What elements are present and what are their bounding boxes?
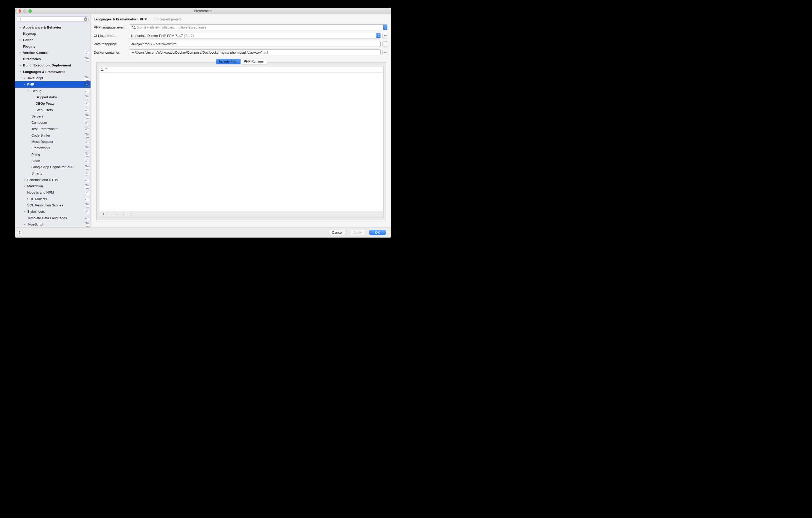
path-mappings-label: Path mappings:: [94, 42, 129, 46]
sidebar-item-google-app-engine-for-php[interactable]: Google App Engine for PHP: [14, 164, 90, 170]
sidebar-item-label: Plugins: [23, 45, 35, 49]
tab-php-runtime[interactable]: PHP Runtime: [240, 59, 267, 64]
apply-button[interactable]: Apply: [349, 230, 366, 235]
include-path-row[interactable]: 1. "": [99, 66, 383, 73]
per-project-icon: [85, 159, 88, 163]
stepper-icon[interactable]: [383, 24, 387, 30]
help-button[interactable]: ?: [17, 230, 23, 235]
sidebar-item-stylesheets[interactable]: ▶ Stylesheets: [14, 208, 90, 215]
sidebar-item-editor[interactable]: ▶ Editor: [14, 37, 90, 43]
tree-expand-icon[interactable]: ▼: [23, 83, 26, 86]
sidebar-item-label: SQL Dialects: [27, 197, 47, 201]
tree-expand-icon[interactable]: ▶: [19, 52, 22, 54]
sidebar-item-servers[interactable]: Servers: [14, 113, 90, 119]
tree-expand-icon[interactable]: ▶: [23, 185, 26, 187]
sidebar-item-label: Schemas and DTDs: [27, 178, 58, 182]
settings-sidebar: ▶ Appearance & Behavior Keymap ▶ Editor …: [14, 14, 90, 227]
tree-expand-icon[interactable]: ▼: [27, 90, 30, 92]
sort-alphabetically-button[interactable]: ↓ az: [129, 212, 132, 216]
sidebar-item-composer[interactable]: Composer: [14, 119, 90, 125]
sidebar-item-blade[interactable]: Blade: [14, 157, 90, 164]
cli-interpreter-select[interactable]: Nanoninja Docker PHP-FPM 7.1.7 (7.1.7): [129, 33, 381, 38]
sidebar-item-build-execution-deployment[interactable]: ▶ Build, Execution, Deployment: [14, 62, 90, 68]
tree-expand-icon[interactable]: ▼: [19, 70, 22, 73]
sidebar-item-template-data-languages[interactable]: Template Data Languages: [14, 215, 90, 221]
per-project-icon: [85, 178, 88, 181]
sidebar-item-directories[interactable]: Directories: [14, 56, 90, 62]
cli-interpreter-version: (7.1.7): [184, 34, 194, 38]
php-language-level-hint: (const visibility, nullables, multiple e…: [137, 25, 206, 29]
sidebar-item-debug[interactable]: ▼ Debug: [14, 88, 90, 94]
add-button[interactable]: +: [102, 212, 109, 217]
sidebar-item-schemas-and-dtds[interactable]: ▶ Schemas and DTDs: [14, 177, 90, 183]
sidebar-item-mess-detector[interactable]: Mess Detector: [14, 138, 90, 145]
sidebar-item-skipped-paths[interactable]: Skipped Paths: [14, 94, 90, 100]
per-project-icon: [85, 51, 88, 54]
sidebar-item-typescript[interactable]: ▶ TypeScript: [14, 221, 90, 227]
cli-interpreter-browse-button[interactable]: ...: [382, 33, 388, 38]
sidebar-item-appearance-behavior[interactable]: ▶ Appearance & Behavior: [14, 24, 90, 30]
tree-expand-icon[interactable]: ▶: [23, 179, 26, 181]
list-toolbar: + − ▲ ▼ ↓ az: [99, 211, 383, 218]
tab-include-path[interactable]: Include Path: [216, 59, 241, 64]
sidebar-item-node-js-and-npm[interactable]: Node.js and NPM: [14, 190, 90, 196]
search-input[interactable]: [22, 17, 84, 21]
move-up-button[interactable]: ▲: [116, 213, 122, 215]
sidebar-item-label: Stylesheets: [27, 209, 45, 213]
sidebar-item-label: SQL Resolution Scopes: [27, 203, 63, 207]
sidebar-item-markdown[interactable]: ▶ Markdown: [14, 183, 90, 189]
stepper-icon[interactable]: [376, 33, 381, 38]
search-icon: [18, 18, 22, 21]
sidebar-item-test-frameworks[interactable]: Test Frameworks: [14, 126, 90, 132]
tree-expand-icon[interactable]: ▶: [19, 39, 22, 41]
sidebar-item-label: Frameworks: [31, 146, 50, 150]
sidebar-item-phing[interactable]: Phing: [14, 151, 90, 157]
sidebar-item-version-control[interactable]: ▶ Version Control: [14, 50, 90, 56]
path-mappings-value: <Project root>→/var/www/html: [131, 42, 177, 46]
per-project-icon: [85, 146, 88, 150]
clear-search-icon[interactable]: [84, 17, 87, 21]
sort-arrow-icon: ↓: [129, 213, 131, 216]
settings-search-box[interactable]: [17, 17, 89, 22]
sidebar-item-php[interactable]: ▼ PHP: [14, 81, 90, 88]
sidebar-item-label: Composer: [31, 121, 47, 124]
tree-expand-icon[interactable]: ▶: [23, 223, 26, 226]
cancel-button[interactable]: Cancel: [328, 230, 346, 235]
settings-main-panel: Languages & Frameworks › PHP For current…: [90, 14, 392, 227]
docker-container-value: -v /Users/vincent/Workspace/Docker/Compo…: [131, 51, 268, 54]
tree-expand-icon[interactable]: ▶: [19, 26, 22, 29]
sidebar-item-frameworks[interactable]: Frameworks: [14, 145, 90, 151]
php-language-level-label: PHP language level:: [94, 25, 129, 29]
sidebar-item-step-filters[interactable]: Step Filters: [14, 107, 90, 113]
title-bar: Preferences: [14, 8, 392, 14]
sidebar-item-keymap[interactable]: Keymap: [14, 30, 90, 37]
sidebar-item-sql-resolution-scopes[interactable]: SQL Resolution Scopes: [14, 202, 90, 208]
ok-button[interactable]: OK: [369, 230, 385, 235]
php-language-level-select[interactable]: 7.1 (const visibility, nullables, multip…: [129, 24, 387, 30]
docker-container-label: Docker container:: [94, 51, 129, 54]
sidebar-item-languages-frameworks[interactable]: ▼ Languages & Frameworks: [14, 68, 90, 75]
include-path-list[interactable]: 1. "": [99, 66, 383, 211]
sidebar-item-smarty[interactable]: Smarty: [14, 170, 90, 177]
scope-label: For current project: [153, 17, 181, 21]
docker-container-field[interactable]: -v /Users/vincent/Workspace/Docker/Compo…: [129, 50, 381, 55]
remove-button[interactable]: −: [109, 212, 116, 217]
sidebar-item-label: Version Control: [23, 51, 49, 55]
tree-expand-icon[interactable]: ▶: [23, 77, 26, 79]
sidebar-item-plugins[interactable]: Plugins: [14, 43, 90, 50]
sidebar-item-dbgp-proxy[interactable]: DBGp Proxy: [14, 100, 90, 107]
docker-container-browse-button[interactable]: ...: [382, 50, 388, 55]
tree-expand-icon[interactable]: ▶: [19, 64, 22, 66]
sidebar-item-sql-dialects[interactable]: SQL Dialects: [14, 196, 90, 202]
path-mappings-browse-button[interactable]: ...: [382, 41, 388, 47]
breadcrumb-section[interactable]: Languages & Frameworks: [94, 17, 136, 21]
sidebar-item-javascript[interactable]: ▶ JavaScript: [14, 75, 90, 81]
sidebar-item-label: Smarty: [31, 171, 42, 175]
zoom-window-button[interactable]: [29, 9, 32, 12]
path-mappings-field[interactable]: <Project root>→/var/www/html: [129, 41, 381, 47]
row-number: 1.: [101, 68, 104, 71]
tree-expand-icon[interactable]: ▶: [23, 210, 26, 213]
sidebar-item-code-sniffer[interactable]: Code Sniffer: [14, 132, 90, 138]
include-path-value: "": [105, 68, 107, 71]
move-down-button[interactable]: ▼: [122, 213, 129, 215]
